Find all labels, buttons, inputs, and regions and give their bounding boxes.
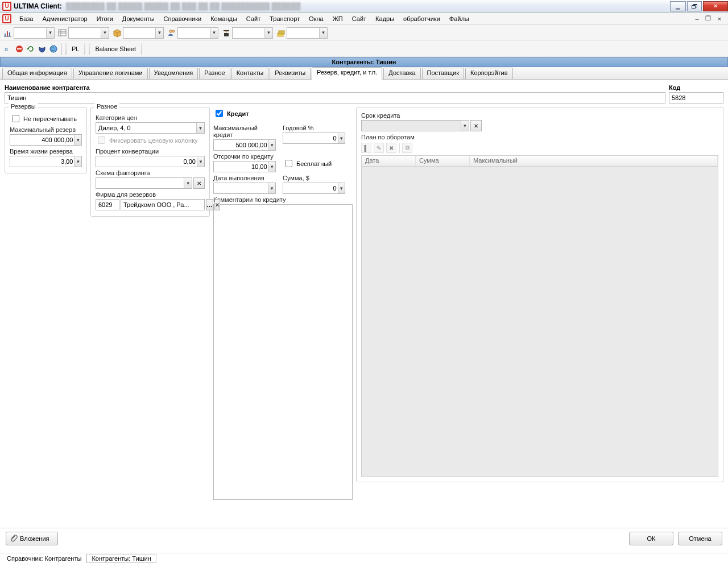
refresh-icon[interactable] (25, 43, 36, 55)
credit-defer-label: Отсрочки по кредиту (213, 153, 276, 160)
maximize-button[interactable] (687, 1, 702, 11)
toolbar-balance-sheet[interactable]: Balance Sheet (92, 45, 139, 52)
toolbar1-combo-4[interactable]: ▼ (177, 27, 218, 39)
tab-misc[interactable]: Разное (199, 68, 230, 79)
agent-icon[interactable] (221, 27, 232, 39)
reserve-firm-browse-button[interactable]: … (206, 199, 213, 210)
credit-defer-input[interactable]: ▼ (213, 161, 276, 172)
mdi-close-icon[interactable]: × (714, 14, 725, 23)
toolbar-pl[interactable]: PL (68, 45, 82, 52)
reserve-life-input[interactable]: ▼ (10, 156, 82, 167)
ok-button[interactable]: ОК (629, 532, 673, 545)
tab-corporate[interactable]: Корпорэйтив (465, 68, 513, 79)
toolbar-separator (61, 43, 62, 55)
toolbar1-combo-2[interactable]: ▼ (68, 27, 109, 39)
tab-delivery[interactable]: Доставка (383, 68, 420, 79)
grid-col-sum[interactable]: Сумма (416, 156, 470, 166)
toolbar-1: ▼ ▼ ▼ ▼ ▼ ▼ (0, 25, 728, 41)
globe-icon[interactable] (48, 43, 59, 55)
menu-base[interactable]: База (15, 14, 38, 23)
pi-icon[interactable]: π (2, 43, 14, 55)
grid-body[interactable] (361, 167, 718, 477)
cancel-button[interactable]: Отмена (678, 532, 722, 545)
menu-commands[interactable]: Команды (206, 14, 242, 23)
menu-transport[interactable]: Транспорт (265, 14, 304, 23)
grid-col-date[interactable]: Дата (362, 156, 416, 166)
grid-copy-icon[interactable]: ⧉ (402, 143, 412, 153)
menu-totals[interactable]: Итоги (92, 14, 118, 23)
credit-term-label: Срок кредита (361, 112, 718, 119)
toolbar1-combo-3[interactable]: ▼ (123, 27, 164, 39)
no-entry-icon[interactable] (14, 43, 25, 55)
menu-windows[interactable]: Окна (304, 14, 328, 23)
chart-icon[interactable] (2, 27, 14, 39)
max-credit-input[interactable]: ▼ (213, 139, 276, 151)
factoring-clear-button[interactable]: ✕ (193, 177, 205, 189)
menu-files[interactable]: Файлы (445, 14, 474, 23)
attachments-button[interactable]: Вложения (6, 532, 58, 545)
code-input[interactable] (669, 92, 723, 104)
toolbar1-combo-1[interactable]: ▼ (14, 27, 55, 39)
credit-comments-textarea[interactable] (213, 204, 353, 500)
menu-zhp[interactable]: ЖП (328, 14, 348, 23)
group-misc: Разное Категория цен ▼ Фиксировать ценов… (90, 107, 210, 217)
toolbar1-combo-6[interactable]: ▼ (287, 27, 328, 39)
menu-bar: U База Администратор Итоги Документы Спр… (0, 13, 728, 25)
document-titlebar: Контрагенты: Тишин (0, 57, 728, 67)
tab-notifications[interactable]: Уведомления (149, 68, 198, 79)
price-category-combo[interactable]: ▼ (96, 122, 205, 134)
app-menu-icon: U (2, 14, 11, 23)
app-icon: U (2, 2, 11, 11)
conversion-percent-input[interactable]: ▼ (96, 156, 205, 167)
partner-name-input[interactable] (5, 92, 665, 104)
group-reserves-legend: Резервы (9, 103, 38, 110)
grid-add-icon[interactable]: ▌ (361, 143, 371, 153)
reserve-firm-name-input[interactable] (121, 199, 205, 210)
dont-recalc-checkbox[interactable]: Не пересчитывать (10, 113, 82, 124)
layers-icon[interactable] (275, 27, 287, 39)
credit-term-clear-button[interactable]: ✕ (470, 120, 482, 131)
reserve-firm-clear-button[interactable]: ✕ (214, 199, 220, 210)
toolbar1-combo-5[interactable]: ▼ (232, 27, 273, 39)
tab-supplier[interactable]: Поставщик (422, 68, 464, 79)
menu-hr[interactable]: Кадры (371, 14, 399, 23)
credit-term-combo[interactable]: ▼ (361, 120, 469, 131)
annual-percent-input[interactable]: ▼ (283, 133, 345, 144)
menu-directories[interactable]: Справочники (159, 14, 206, 23)
grid-delete-icon[interactable]: ✖ (386, 143, 396, 153)
sum-input[interactable]: ▼ (283, 183, 345, 194)
tab-logins[interactable]: Управление логинами (73, 68, 148, 79)
mdi-restore-icon[interactable]: ❐ (703, 14, 713, 23)
users-icon[interactable] (166, 27, 177, 39)
menu-site[interactable]: Сайт (242, 14, 265, 23)
grid-header: Дата Сумма Максимальный (361, 155, 718, 167)
grid-edit-icon[interactable]: ✎ (374, 143, 384, 153)
reserve-firm-code-input[interactable] (96, 199, 119, 210)
window-controls: ▁ ✕ (669, 1, 728, 11)
tab-reserve-credit[interactable]: Резерв, кредит, и т.п. (312, 67, 382, 80)
grid-col-max[interactable]: Максимальный (470, 156, 718, 166)
free-checkbox[interactable]: Бесплатный (283, 158, 332, 169)
menu-handlers[interactable]: обработчики (399, 14, 445, 23)
tab-general[interactable]: Общая информация (2, 68, 72, 79)
factoring-scheme-combo[interactable]: ▼ (96, 177, 192, 189)
menu-documents[interactable]: Документы (118, 14, 159, 23)
box-icon[interactable] (111, 27, 123, 39)
tab-requisites[interactable]: Реквизиты (270, 68, 311, 79)
mdi-minimize-icon[interactable]: – (692, 14, 702, 23)
svg-rect-15 (224, 33, 229, 36)
menu-admin[interactable]: Администратор (38, 14, 92, 23)
status-current[interactable]: Контрагенты: Тишин (86, 554, 156, 563)
credit-checkbox[interactable]: Кредит (213, 108, 353, 119)
tab-contacts[interactable]: Контакты (231, 68, 269, 79)
mask-icon[interactable] (36, 43, 48, 55)
close-button[interactable]: ✕ (703, 1, 728, 11)
max-reserve-input[interactable]: ▼ (10, 134, 82, 146)
svg-rect-18 (279, 31, 284, 34)
grid-icon[interactable] (57, 27, 68, 39)
status-directory[interactable]: Справочник: Контрагенты (2, 554, 86, 563)
minimize-button[interactable]: ▁ (670, 1, 686, 11)
exec-date-combo[interactable]: ▼ (213, 183, 276, 194)
menu-site2[interactable]: Сайт (348, 14, 371, 23)
svg-marker-22 (27, 48, 28, 50)
